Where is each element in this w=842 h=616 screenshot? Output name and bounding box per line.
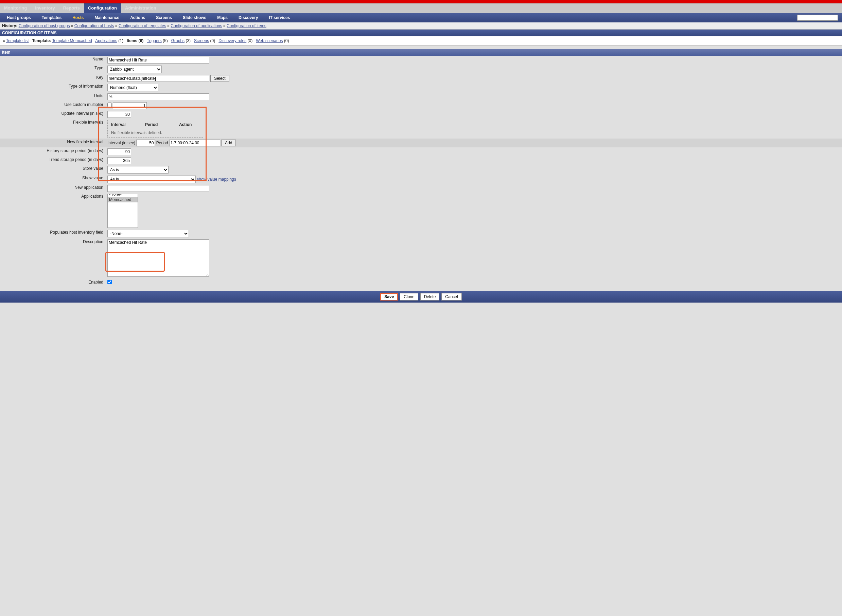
applications-select[interactable]: -None- Memcached [107,194,138,228]
store-select[interactable]: As is [107,166,169,173]
show-select[interactable]: As is [107,176,196,183]
newflex-period-input[interactable] [169,139,220,147]
label-flex: Flexible intervals [0,119,105,139]
newflex-interval-input[interactable] [136,139,155,147]
label-newflex: New flexible interval [0,139,105,147]
label-enabled: Enabled [0,279,105,286]
label-units: Units [0,92,105,101]
label-history: History storage period (in days) [0,147,105,156]
nav-reports[interactable]: Reports [59,3,84,13]
history-link[interactable]: Configuration of templates [119,23,166,28]
name-input[interactable] [107,57,209,63]
history-bar: History: Configuration of host groups » … [0,22,842,29]
section-title: Item [0,49,842,56]
history-input[interactable] [107,148,131,155]
crumb-discovery[interactable]: Discovery rules [219,38,246,43]
label-inv: Populates host inventory field [0,229,105,238]
label-desc: Description [0,238,105,279]
history-link[interactable]: Configuration of host groups [19,23,70,28]
show-value-mappings-link[interactable]: show value mappings [197,177,236,182]
enabled-checkbox[interactable] [107,280,112,284]
label-multiplier: Use custom multiplier [0,101,105,110]
history-label: History: [2,23,17,28]
description-textarea[interactable]: Memcached Hit Rate [107,239,209,277]
flex-empty: No flexible intervals defined. [111,131,200,135]
label-store: Store value [0,165,105,175]
action-bar: Save Clone Delete Cancel [0,291,842,302]
type-select[interactable]: Zabbix agent [107,66,162,73]
units-input[interactable] [107,93,209,100]
save-button[interactable]: Save [380,293,398,301]
app-option[interactable]: -None- [108,194,138,197]
template-name-link[interactable]: Template Memcached [52,38,92,43]
typeinfo-select[interactable]: Numeric (float) [107,84,158,91]
page-title: CONFIGURATION OF ITEMS [0,29,842,36]
nav-monitoring[interactable]: Monitoring [0,3,31,13]
key-select-button[interactable]: Select [210,75,229,82]
label-show: Show value [0,175,105,184]
label-name: Name [0,56,105,65]
template-list-link[interactable]: Template list [6,38,29,43]
app-option[interactable]: Memcached [108,197,138,202]
nav-configuration[interactable]: Configuration [84,3,121,13]
update-input[interactable] [107,111,131,118]
crumb-applications[interactable]: Applications [95,38,117,43]
clone-button[interactable]: Clone [400,293,418,301]
flex-intervals-box: IntervalPeriodAction No flexible interva… [107,120,203,138]
multiplier-checkbox[interactable] [107,103,112,107]
multiplier-input[interactable] [113,102,147,109]
subnav-screens[interactable]: Screens [150,15,177,20]
crumb-web[interactable]: Web scenarios [256,38,283,43]
inventory-select[interactable]: -None- [107,230,189,238]
history-link[interactable]: Configuration of items [227,23,266,28]
subnav-maps[interactable]: Maps [212,15,233,20]
label-newapp: New application [0,184,105,193]
key-input[interactable] [107,75,209,82]
label-typeinfo: Type of information [0,83,105,92]
trend-input[interactable] [107,157,131,164]
crumb-triggers[interactable]: Triggers [147,38,162,43]
subnav-slideshows[interactable]: Slide shows [177,15,212,20]
label-update: Update interval (in sec) [0,110,105,119]
newapp-input[interactable] [107,185,209,192]
cancel-button[interactable]: Cancel [441,293,461,301]
label-key: Key [0,74,105,83]
label-apps: Applications [0,193,105,229]
subnav-templates[interactable]: Templates [36,15,67,20]
sub-nav: Host groups Templates Hosts Maintenance … [0,13,842,22]
newflex-add-button[interactable]: Add [221,139,236,147]
item-form: Name Type Zabbix agent Key Select Type o… [0,56,842,286]
subnav-discovery[interactable]: Discovery [233,15,263,20]
history-link[interactable]: Configuration of applications [170,23,222,28]
nav-inventory[interactable]: Inventory [31,3,59,13]
subnav-actions[interactable]: Actions [125,15,150,20]
crumb-graphs[interactable]: Graphs [171,38,185,43]
nav-administration[interactable]: Administration [121,3,160,13]
delete-button[interactable]: Delete [420,293,440,301]
subnav-maintenance[interactable]: Maintenance [89,15,125,20]
subnav-itservices[interactable]: IT services [263,15,295,20]
crumb-screens[interactable]: Screens [194,38,209,43]
subnav-hostgroups[interactable]: Host groups [1,15,36,20]
search-input[interactable] [797,15,838,21]
breadcrumb: « Template list Template: Template Memca… [0,36,842,45]
main-nav: Monitoring Inventory Reports Configurati… [0,3,842,13]
label-trend: Trend storage period (in days) [0,156,105,165]
crumb-items: Items (6) [127,38,143,43]
subnav-hosts[interactable]: Hosts [67,15,89,20]
template-label: Template: [32,38,51,43]
label-type: Type [0,65,105,74]
history-link[interactable]: Configuration of hosts [74,23,114,28]
